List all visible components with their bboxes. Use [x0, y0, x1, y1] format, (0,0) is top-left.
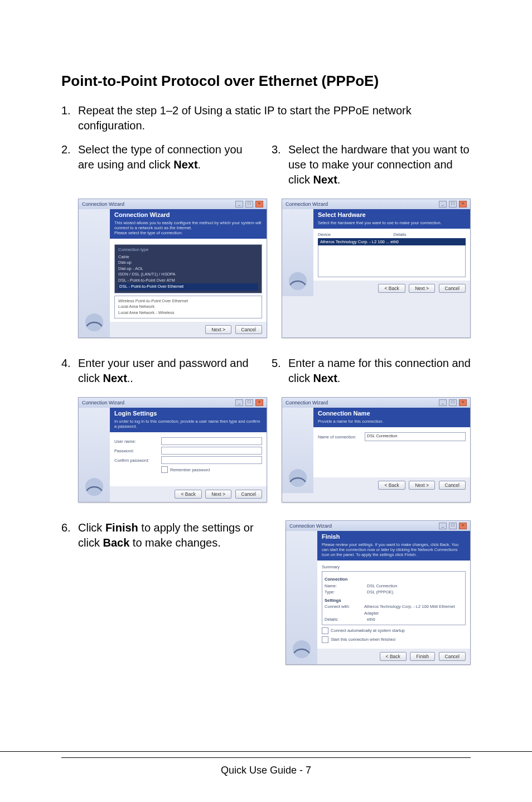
panel-heading: Finish — [317, 531, 470, 542]
next-button[interactable]: Next > — [409, 481, 435, 490]
remember-password-label: Remember password — [170, 467, 210, 472]
wizard-side-graphic — [79, 408, 110, 502]
col-device: Device — [318, 232, 390, 237]
panel-subtext: In order to log in to this connection, p… — [110, 419, 267, 432]
wizard-side-graphic — [286, 531, 317, 664]
step-number: 3. — [272, 142, 288, 187]
label-connection-name: Name of connection: — [318, 434, 361, 439]
close-icon[interactable]: × — [459, 399, 467, 406]
minimize-icon[interactable]: _ — [439, 399, 447, 406]
selected-connection-type[interactable]: DSL - Point-to-Point Over Ethernet — [118, 283, 258, 291]
panel-heading: Select Hardware — [313, 209, 470, 220]
step-text: Repeat the step 1–2 of Using a static IP… — [78, 103, 471, 133]
close-icon[interactable]: × — [459, 201, 467, 207]
panel-subtext: This wizard allows you to easily configu… — [110, 220, 267, 239]
wizard-connection-name: Connection Wizard _ □ × Connection Name … — [282, 397, 471, 503]
label-password: Password: — [114, 448, 158, 453]
maximize-icon[interactable]: □ — [245, 399, 253, 406]
window-title: Connection Wizard — [286, 400, 437, 405]
wizard-finish: Connection Wizard _ □ × Finish Please re… — [286, 520, 471, 665]
password-input[interactable] — [161, 447, 262, 455]
step-text: Select the hardware that you want to use… — [288, 142, 471, 187]
col-details: Details — [394, 232, 466, 237]
maximize-icon[interactable]: □ — [449, 399, 457, 406]
step-number: 4. — [61, 356, 78, 386]
panel-heading: Login Settings — [110, 408, 267, 419]
label-username: User name: — [114, 439, 158, 444]
confirm-password-input[interactable] — [161, 456, 262, 464]
wizard-side-graphic — [282, 209, 313, 296]
hardware-row[interactable]: Atheros Technology Corp. - L2 100 ... et… — [318, 238, 466, 245]
wizard-connection-type: Connection Wizard _ □ × Connection Wizar… — [78, 199, 267, 338]
minimize-icon[interactable]: _ — [235, 399, 243, 406]
step-number: 6. — [61, 520, 78, 550]
next-button[interactable]: Next > — [409, 284, 435, 293]
page-title: Point-to-Point Protocol over Ethernet (P… — [61, 73, 471, 90]
start-now-checkbox[interactable] — [322, 636, 328, 643]
cancel-button[interactable]: Cancel — [235, 490, 262, 499]
username-input[interactable] — [161, 437, 262, 445]
close-icon[interactable]: × — [255, 399, 263, 406]
connection-name-input[interactable]: DSL Connection — [365, 432, 466, 441]
cancel-button[interactable]: Cancel — [439, 284, 466, 293]
window-title: Connection Wizard — [82, 400, 233, 405]
wizard-login-settings: Connection Wizard _ □ × Login Settings I… — [78, 397, 267, 503]
window-title: Connection Wizard — [286, 201, 437, 207]
auto-connect-checkbox[interactable] — [322, 627, 328, 634]
label-confirm: Confirm password: — [114, 458, 158, 463]
minimize-icon[interactable]: _ — [439, 523, 447, 529]
next-button[interactable]: Next > — [205, 490, 231, 499]
minimize-icon[interactable]: _ — [439, 201, 447, 207]
step-text: Click Finish to apply the settings or cl… — [78, 520, 271, 550]
wizard-select-hardware: Connection Wizard _ □ × Select Hardware … — [282, 199, 471, 338]
window-title: Connection Wizard — [289, 523, 437, 529]
panel-heading: Connection Name — [313, 408, 470, 419]
maximize-icon[interactable]: □ — [449, 523, 457, 529]
back-button[interactable]: < Back — [378, 481, 405, 490]
panel-subtext: Select the hardware that you want to use… — [313, 220, 470, 229]
connection-type-list[interactable]: Connection type Cable Dial-up Dial-up - … — [114, 244, 262, 293]
step-number: 1. — [61, 103, 78, 133]
panel-heading: Connection Wizard — [110, 209, 267, 220]
cancel-button[interactable]: Cancel — [439, 481, 466, 490]
cancel-button[interactable]: Cancel — [439, 652, 466, 661]
back-button[interactable]: < Back — [175, 490, 201, 499]
back-button[interactable]: < Back — [380, 652, 407, 661]
wizard-side-graphic — [79, 209, 110, 337]
step-text: Enter your user and password and click N… — [78, 356, 260, 386]
page-footer: Quick Use Guide - 7 — [61, 757, 471, 776]
panel-subtext: Provide a name for this connection. — [313, 419, 470, 427]
step-number: 5. — [272, 356, 288, 386]
close-icon[interactable]: × — [459, 523, 467, 529]
cancel-button[interactable]: Cancel — [235, 325, 262, 334]
remember-password-checkbox[interactable] — [161, 466, 168, 473]
step-text: Enter a name for this connection and cli… — [288, 356, 471, 386]
summary-header: Summary — [322, 564, 466, 570]
next-button[interactable]: Next > — [205, 325, 231, 334]
finish-button[interactable]: Finish — [410, 652, 435, 661]
step-text: Select the type of connection you are us… — [78, 142, 260, 172]
wizard-side-graphic — [282, 408, 313, 493]
step-number: 2. — [61, 142, 78, 172]
panel-subtext: Please review your settings. If you want… — [317, 542, 470, 561]
minimize-icon[interactable]: _ — [235, 201, 243, 207]
close-icon[interactable]: × — [255, 201, 263, 207]
maximize-icon[interactable]: □ — [449, 201, 457, 207]
back-button[interactable]: < Back — [378, 284, 405, 293]
maximize-icon[interactable]: □ — [245, 201, 253, 207]
window-title: Connection Wizard — [82, 201, 233, 207]
